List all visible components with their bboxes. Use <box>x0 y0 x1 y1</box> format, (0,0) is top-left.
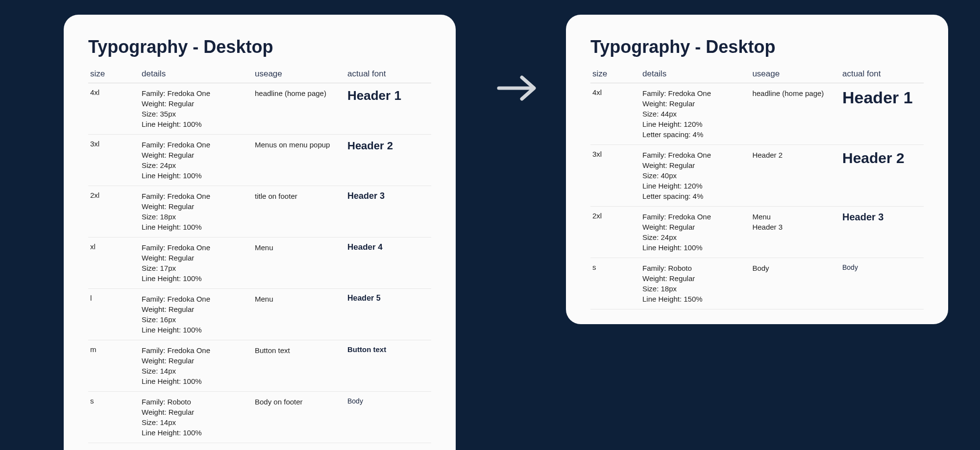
usage-line: Button text <box>255 345 343 355</box>
table-row: mFamily: Fredoka OneWeight: RegularSize:… <box>88 340 431 392</box>
cell-details: Family: Fredoka OneWeight: RegularSize: … <box>140 83 253 135</box>
usage-line: title on footer <box>255 191 343 201</box>
cell-details: Family: Fredoka OneWeight: RegularSize: … <box>140 135 253 186</box>
cell-actual-font: Header 3 <box>345 186 431 237</box>
details-line: Line Height: 100% <box>142 273 251 284</box>
cell-usage: title on footer <box>253 186 345 237</box>
usage-line: Menu <box>255 242 343 253</box>
cell-details: Family: RobotoWeight: RegularSize: 12pxL… <box>140 443 253 450</box>
cell-details: Family: Fredoka OneWeight: RegularSize: … <box>140 340 253 392</box>
usage-line: headline (home page) <box>752 88 838 98</box>
details-line: Weight: Regular <box>142 304 251 314</box>
details-line: Weight: Regular <box>142 355 251 366</box>
cell-size: 4xl <box>590 83 640 145</box>
details-line: Size: 18px <box>142 212 251 222</box>
cell-usage: MenuHeader 3 <box>750 207 840 258</box>
cell-actual-font: Header 1 <box>840 83 924 145</box>
table-row: lFamily: Fredoka OneWeight: RegularSize:… <box>88 289 431 340</box>
cell-actual-font: Header 5 <box>345 289 431 340</box>
table-row: 3xlFamily: Fredoka OneWeight: RegularSiz… <box>88 135 431 186</box>
table-header-row: size details useage actual font <box>590 67 924 83</box>
table-row: xlFamily: Fredoka OneWeight: RegularSize… <box>88 237 431 289</box>
cell-actual-font: Header 2 <box>840 145 924 207</box>
cell-actual-font: Button text <box>345 340 431 392</box>
arrow-right-icon <box>495 73 539 105</box>
cell-size: 3xl <box>590 145 640 207</box>
details-line: Weight: Regular <box>642 222 748 232</box>
details-line: Weight: Regular <box>642 160 748 170</box>
details-line: Line Height: 100% <box>142 376 251 386</box>
details-line: Letter spacing: 4% <box>642 129 748 140</box>
details-line: Weight: Regular <box>142 407 251 417</box>
details-line: Family: Fredoka One <box>642 212 748 222</box>
cell-usage: Body <box>750 258 840 309</box>
cell-actual-font: Header 2 <box>345 135 431 186</box>
typography-table: size details useage actual font 4xlFamil… <box>88 67 431 450</box>
table-row: 3xlFamily: Fredoka OneWeight: RegularSiz… <box>590 145 924 207</box>
cell-size: m <box>88 340 140 392</box>
cell-actual-font: Body <box>840 258 924 309</box>
typography-card-after: Typography - Desktop size details useage… <box>566 15 948 324</box>
actual-font-sample: Header 1 <box>347 88 401 103</box>
actual-font-sample: Header 3 <box>842 212 884 222</box>
details-line: Size: 44px <box>642 109 748 119</box>
card-title: Typography - Desktop <box>590 37 924 57</box>
cell-size: xs <box>88 443 140 450</box>
typography-table: size details useage actual font 4xlFamil… <box>590 67 924 309</box>
cell-details: Family: Fredoka OneWeight: RegularSize: … <box>640 145 750 207</box>
details-line: Line Height: 100% <box>142 170 251 181</box>
usage-line: Menus on menu popup <box>255 140 343 150</box>
cell-details: Family: Fredoka OneWeight: RegularSize: … <box>140 237 253 289</box>
table-row: sFamily: RobotoWeight: RegularSize: 14px… <box>88 392 431 443</box>
details-line: Family: Fredoka One <box>142 88 251 98</box>
cell-details: Family: Fredoka OneWeight: RegularSize: … <box>140 289 253 340</box>
actual-font-sample: Header 1 <box>842 88 913 107</box>
details-line: Family: Fredoka One <box>142 294 251 304</box>
usage-line: Body <box>752 263 838 273</box>
cell-details: Family: Fredoka OneWeight: RegularSize: … <box>640 83 750 145</box>
cell-size: 4xl <box>88 83 140 135</box>
cell-details: Family: Fredoka OneWeight: RegularSize: … <box>640 207 750 258</box>
usage-line: Copy right <box>255 448 343 450</box>
col-header-actual: actual font <box>345 67 431 83</box>
usage-line: Menu <box>255 294 343 304</box>
cell-size: 2xl <box>88 186 140 237</box>
actual-font-sample: Body <box>842 263 858 271</box>
actual-font-sample: Header 3 <box>347 191 385 201</box>
details-line: Family: Fredoka One <box>142 345 251 355</box>
details-line: Letter spacing: 4% <box>642 191 748 201</box>
col-header-details: details <box>640 67 750 83</box>
col-header-usage: useage <box>750 67 840 83</box>
details-line: Family: Fredoka One <box>642 88 748 98</box>
col-header-size: size <box>88 67 140 83</box>
details-line: Size: 14px <box>142 417 251 427</box>
cell-usage: Copy right <box>253 443 345 450</box>
details-line: Line Height: 100% <box>642 242 748 253</box>
details-line: Line Height: 100% <box>142 325 251 335</box>
details-line: Size: 24px <box>642 232 748 242</box>
cell-usage: headline (home page) <box>253 83 345 135</box>
details-line: Weight: Regular <box>642 98 748 109</box>
col-header-size: size <box>590 67 640 83</box>
cell-actual-font: Body <box>345 443 431 450</box>
cell-actual-font: Body <box>345 392 431 443</box>
cell-usage: Menus on menu popup <box>253 135 345 186</box>
cell-usage: Button text <box>253 340 345 392</box>
details-line: Size: 40px <box>642 170 748 181</box>
cell-usage: Menu <box>253 289 345 340</box>
cell-usage: Body on footer <box>253 392 345 443</box>
usage-line: Menu <box>752 212 838 222</box>
actual-font-sample: Header 5 <box>347 294 381 302</box>
details-line: Weight: Regular <box>142 98 251 109</box>
details-line: Weight: Regular <box>142 150 251 160</box>
cell-actual-font: Header 3 <box>840 207 924 258</box>
col-header-actual: actual font <box>840 67 924 83</box>
cell-size: s <box>590 258 640 309</box>
actual-font-sample: Header 4 <box>347 242 383 252</box>
details-line: Family: Roboto <box>142 397 251 407</box>
cell-details: Family: RobotoWeight: RegularSize: 18pxL… <box>640 258 750 309</box>
table-row: 4xlFamily: Fredoka OneWeight: RegularSiz… <box>88 83 431 135</box>
details-line: Line Height: 150% <box>642 294 748 304</box>
col-header-usage: useage <box>253 67 345 83</box>
table-row: 2xlFamily: Fredoka OneWeight: RegularSiz… <box>88 186 431 237</box>
